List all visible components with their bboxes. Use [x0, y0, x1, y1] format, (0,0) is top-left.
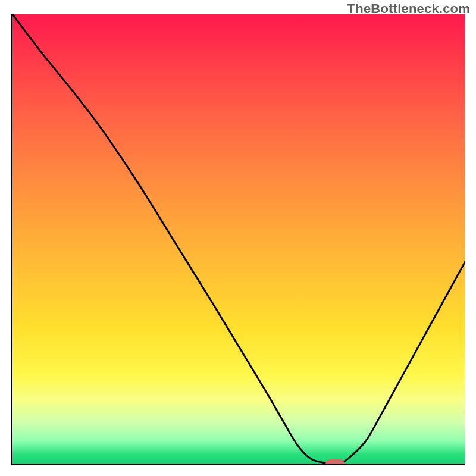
curve-path: [12, 14, 465, 464]
watermark-text: TheBottleneck.com: [347, 1, 470, 17]
chart-frame: TheBottleneck.com: [0, 0, 476, 476]
bottleneck-curve: [12, 14, 465, 464]
optimal-marker: [325, 459, 345, 465]
plot-area: [11, 14, 465, 465]
